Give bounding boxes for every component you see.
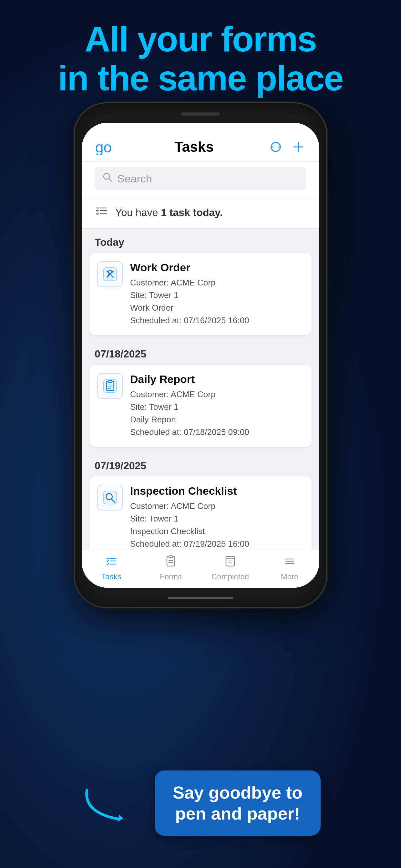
- task-card-inspection[interactable]: Inspection Checklist Customer: ACME Corp…: [89, 476, 312, 550]
- tasks-scroll-area[interactable]: Today: [82, 228, 319, 550]
- task-summary: You have 1 task today.: [82, 197, 319, 228]
- workorder-icon: [97, 261, 123, 287]
- dailyreport-icon: [97, 373, 123, 399]
- dailyreport-details: Customer: ACME Corp Site: Tower 1 Daily …: [130, 388, 304, 438]
- tab-more-label: More: [281, 572, 299, 581]
- app-logo: go: [95, 139, 120, 155]
- phone-screen: go Tasks: [82, 123, 319, 588]
- refresh-button[interactable]: [268, 139, 284, 155]
- app-content: go Tasks: [82, 123, 319, 588]
- svg-rect-28: [169, 556, 173, 558]
- tab-tasks-icon: [105, 555, 118, 570]
- tab-more-icon: [283, 555, 296, 570]
- search-placeholder: Search: [117, 173, 152, 185]
- tab-completed[interactable]: Completed: [209, 555, 251, 581]
- phone-wrapper: go Tasks: [74, 103, 327, 607]
- tab-forms-icon: [165, 555, 177, 570]
- bottom-banner: Say goodbye to pen and paper!: [155, 771, 320, 836]
- tab-forms-label: Forms: [160, 572, 182, 581]
- svg-line-4: [109, 179, 112, 181]
- tab-more[interactable]: More: [269, 555, 311, 581]
- inspection-details: Customer: ACME Corp Site: Tower 1 Inspec…: [130, 500, 304, 550]
- search-bar[interactable]: Search: [95, 167, 306, 190]
- search-icon: [102, 172, 113, 185]
- headline-text: All your forms in the same place: [26, 20, 375, 97]
- app-title: Tasks: [174, 139, 214, 155]
- inspection-info: Inspection Checklist Customer: ACME Corp…: [130, 485, 304, 550]
- svg-marker-38: [118, 814, 123, 822]
- home-indicator: [168, 597, 233, 599]
- tab-tasks[interactable]: Tasks: [90, 555, 132, 581]
- top-bar: go Tasks: [82, 123, 319, 162]
- tab-completed-label: Completed: [212, 572, 249, 581]
- arrow-decoration: [81, 780, 145, 826]
- phone-shell: go Tasks: [74, 103, 327, 607]
- top-actions: [268, 139, 306, 155]
- svg-rect-16: [108, 380, 112, 383]
- workorder-info: Work Order Customer: ACME Corp Site: Tow…: [130, 261, 304, 327]
- task-card-workorder[interactable]: Work Order Customer: ACME Corp Site: Tow…: [89, 253, 312, 335]
- inspection-title: Inspection Checklist: [130, 485, 304, 497]
- svg-text:go: go: [95, 139, 112, 155]
- tab-forms[interactable]: Forms: [150, 555, 192, 581]
- tab-bar: Tasks Forms: [82, 550, 319, 588]
- dailyreport-info: Daily Report Customer: ACME Corp Site: T…: [130, 373, 304, 438]
- task-list-icon: [95, 204, 109, 221]
- tab-tasks-label: Tasks: [101, 572, 121, 581]
- dailyreport-title: Daily Report: [130, 373, 304, 385]
- section-today: Today: [82, 228, 319, 253]
- headline-section: All your forms in the same place: [0, 20, 401, 97]
- tab-completed-icon: [224, 555, 236, 570]
- workorder-details: Customer: ACME Corp Site: Tower 1 Work O…: [130, 276, 304, 327]
- task-summary-text: You have 1 task today.: [115, 207, 223, 219]
- banner-text: Say goodbye to pen and paper!: [173, 782, 303, 824]
- task-card-dailyreport[interactable]: Daily Report Customer: ACME Corp Site: T…: [89, 365, 312, 447]
- search-bar-section: Search: [82, 162, 319, 197]
- section-0718: 07/18/2025: [82, 340, 319, 365]
- phone-speaker: [181, 113, 220, 116]
- inspection-icon: [97, 485, 123, 510]
- workorder-title: Work Order: [130, 261, 304, 274]
- section-0719: 07/19/2025: [82, 452, 319, 476]
- add-button[interactable]: [290, 139, 306, 155]
